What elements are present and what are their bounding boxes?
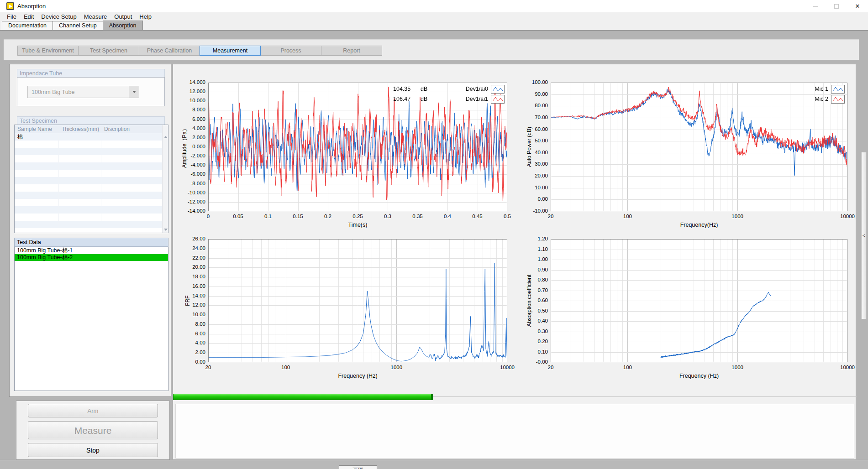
impedance-tube-select[interactable]: 100mm Big Tube (27, 86, 139, 98)
x-tick: 0.5 (491, 214, 523, 219)
close-button[interactable]: ✕ (847, 0, 868, 12)
y-tick: 100.00 (512, 79, 548, 85)
y-tick: 1.00 (512, 256, 548, 262)
y-tick: 1.10 (512, 246, 548, 252)
subtab-process[interactable]: Process (260, 46, 321, 56)
scroll-up-icon[interactable] (164, 136, 168, 138)
y-tick: -8.000 (170, 181, 205, 186)
y-tick: 20.00 (512, 173, 548, 178)
y-tick: 10.00 (170, 312, 205, 317)
x-tick: 1000 (721, 365, 753, 370)
table-cell: 棉 (15, 133, 59, 141)
table-row[interactable] (15, 162, 168, 170)
scroll-down-icon[interactable] (164, 229, 168, 231)
table-cell (101, 148, 168, 155)
y-tick: -0.00 (512, 359, 548, 365)
menu-output[interactable]: Output (110, 12, 136, 21)
legend-plot-icon[interactable] (491, 95, 505, 104)
x-tick: 0.35 (402, 214, 434, 219)
legend-plot-icon[interactable] (831, 85, 845, 94)
minimize-icon (813, 6, 818, 6)
menu-measure[interactable]: Measure (80, 12, 111, 21)
stop-button[interactable]: Stop (28, 443, 158, 457)
test-data-item[interactable]: 100mm Big Tube-棉-1 (15, 247, 168, 254)
legend-plot-icon[interactable] (491, 85, 505, 94)
menu-device-setup[interactable]: Device Setup (37, 12, 80, 21)
chevron-down-icon[interactable] (129, 86, 139, 98)
table-cell (101, 170, 168, 177)
x-tick: 1000 (380, 365, 412, 370)
table-cell (101, 184, 168, 192)
menu-bar: FileEditDevice SetupMeasureOutputHelp (0, 12, 868, 21)
y-axis-title: Absorption coefficient (526, 275, 532, 327)
table-cell (15, 155, 59, 162)
table-row[interactable] (15, 177, 168, 184)
table-cell (59, 177, 101, 184)
subtab-test-specimen[interactable]: Test Specimen (78, 46, 139, 56)
table-row[interactable] (15, 199, 168, 206)
table-row[interactable] (15, 206, 168, 214)
x-tick: 0.05 (222, 214, 254, 219)
measurement-progress-bar (173, 394, 857, 400)
test-data-item[interactable]: 100mm Big Tube-棉-2 (15, 254, 168, 261)
x-tick: 0.4 (431, 214, 463, 219)
table-scrollbar[interactable] (162, 125, 168, 233)
table-header-row: Sample NameThickness(mm)Discription (15, 125, 168, 133)
left-panel: Impendace Tube 100mm Big Tube Test Speci… (9, 64, 171, 397)
table-cell (101, 162, 168, 170)
x-tick: 0 (192, 214, 224, 219)
legend-entry: Mic 2 (551, 95, 847, 104)
menu-file[interactable]: File (3, 12, 20, 21)
impedance-tube-box: 100mm Big Tube (17, 77, 165, 106)
legend-name: Dev1/ai0 (447, 86, 488, 92)
x-tick: 20 (192, 365, 224, 370)
menu-help[interactable]: Help (136, 12, 155, 21)
table-row[interactable]: 棉 (15, 133, 168, 141)
table-row[interactable] (15, 192, 168, 199)
table-row[interactable] (15, 155, 168, 162)
table-row[interactable] (15, 184, 168, 192)
subtab-tube-environment[interactable]: Tube & Environment (17, 46, 79, 56)
table-row[interactable] (15, 148, 168, 155)
table-row[interactable] (15, 221, 168, 228)
table-cell (15, 184, 59, 192)
table-cell (15, 162, 59, 170)
menu-edit[interactable]: Edit (20, 12, 37, 21)
tab-documentation[interactable]: Documentation (2, 21, 53, 30)
table-row[interactable] (15, 141, 168, 148)
subtab-phase-calibration[interactable]: Phase Calibration (139, 46, 200, 56)
panel-collapse-handle[interactable]: < (861, 152, 867, 319)
y-tick: 8.00 (170, 321, 205, 327)
legend-value: 104.35 (393, 86, 410, 92)
x-axis-title: Frequency (Hz) (321, 373, 395, 379)
y-tick: -10.000 (170, 190, 205, 195)
legend-value: 106.47 (393, 96, 410, 102)
y-tick: 12.000 (170, 89, 205, 94)
y-axis-title: FRF (184, 295, 191, 306)
subtab-measurement[interactable]: Measurement (200, 46, 261, 56)
test-data-list: 100mm Big Tube-棉-1100mm Big Tube-棉-2 (14, 247, 168, 391)
table-cell (59, 170, 101, 177)
y-tick: -6.000 (170, 171, 205, 177)
table-cell (59, 155, 101, 162)
x-tick: 10000 (831, 365, 863, 370)
y-tick: 6.000 (170, 116, 205, 122)
legend-plot-icon[interactable] (831, 95, 845, 104)
subtab-report[interactable]: Report (321, 46, 382, 56)
y-tick: 10.00 (512, 185, 548, 190)
x-tick: 0.2 (312, 214, 344, 219)
minimize-button[interactable] (805, 0, 826, 12)
window-controls: ✕ (805, 0, 868, 12)
measure-button[interactable]: Measure (28, 421, 158, 439)
y-tick: -10.00 (512, 208, 548, 214)
bottom-tab-partial[interactable]: 画图 (339, 465, 377, 469)
arm-button[interactable]: Arm (28, 404, 158, 417)
table-row[interactable] (15, 170, 168, 177)
table-row[interactable] (15, 214, 168, 221)
x-tick: 10000 (491, 365, 523, 370)
x-tick: 0.25 (342, 214, 374, 219)
tab-channel-setup[interactable]: Channel Setup (53, 21, 103, 30)
maximize-button[interactable] (826, 0, 847, 12)
table-cell (101, 155, 168, 162)
tab-absorption[interactable]: Absorption (103, 21, 143, 30)
